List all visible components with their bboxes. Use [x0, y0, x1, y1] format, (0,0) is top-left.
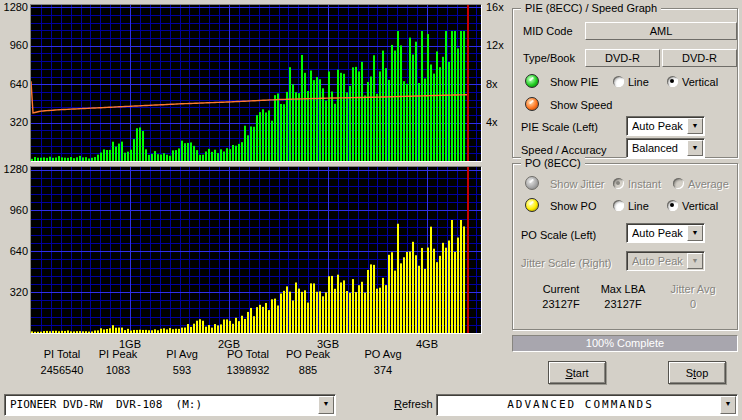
current-label: Current	[531, 283, 591, 295]
stat-po-avg: PO Avg 374	[347, 348, 419, 376]
speed-y-tick: 16x	[486, 1, 504, 13]
advanced-commands-value: ADVANCED COMMANDS	[442, 398, 719, 411]
show-pie-label: Show PIE	[550, 76, 598, 88]
po-vertical-label: Vertical	[682, 200, 718, 212]
pie-vertical-label: Vertical	[682, 76, 718, 88]
jitter-avg-label: Jitter Avg	[663, 283, 723, 295]
po-scale-label: PO Scale (Left)	[521, 229, 596, 241]
speed-y-tick: 8x	[486, 78, 498, 90]
jitter-instant-label: Instant	[628, 178, 661, 190]
stat-value: 374	[347, 364, 419, 376]
speed-y-tick: 4x	[486, 116, 498, 128]
stat-label: PO Avg	[347, 348, 419, 360]
stat-label: PO Peak	[272, 348, 344, 360]
show-po-label: Show PO	[550, 200, 596, 212]
type-book-label: Type/Book	[523, 52, 575, 64]
jitter-scale-label: Jitter Scale (Right)	[521, 257, 611, 269]
show-speed-led[interactable]	[525, 97, 539, 111]
chevron-down-icon: ▼	[687, 253, 703, 269]
po-vertical-radio[interactable]	[667, 200, 678, 211]
po-panel: PO (8ECC) Show Jitter Instant Average Sh…	[512, 163, 738, 330]
stat-value: 1083	[82, 364, 154, 376]
max-lba-value: 23127F	[593, 298, 653, 310]
show-po-led[interactable]	[525, 198, 539, 212]
show-jitter-led	[525, 176, 539, 190]
pie-panel-title: PIE (8ECC) / Speed Graph	[521, 2, 661, 14]
show-speed-label: Show Speed	[550, 99, 612, 111]
stat-value: 885	[272, 364, 344, 376]
po-y-tick: 1280	[0, 163, 28, 175]
chevron-down-icon[interactable]: ▼	[318, 396, 334, 414]
jitter-average-label: Average	[688, 178, 729, 190]
current-value: 23127F	[531, 298, 591, 310]
jitter-average-radio	[673, 178, 684, 189]
po-line-radio[interactable]	[613, 200, 624, 211]
po-graph-canvas	[31, 167, 481, 333]
po-line-label: Line	[628, 200, 649, 212]
pie-scale-select[interactable]: Auto Peak ▼	[626, 116, 705, 136]
pie-vertical-radio[interactable]	[667, 76, 678, 87]
jitter-scale-select: Auto Peak ▼	[626, 251, 705, 271]
chevron-down-icon[interactable]: ▼	[687, 118, 703, 134]
po-scale-select[interactable]: Auto Peak ▼	[626, 223, 705, 243]
pie-scale-label: PIE Scale (Left)	[521, 121, 598, 133]
drive-select[interactable]: PIONEER DVD-RW DVR-108 (M:) ▼	[4, 394, 336, 416]
pie-line-radio[interactable]	[613, 76, 624, 87]
pie-speed-graph	[30, 4, 482, 162]
speed-accuracy-value: Balanced	[632, 142, 686, 154]
po-graph	[30, 166, 482, 334]
progress-text: 100% Complete	[513, 337, 737, 349]
pie-y-tick: 320	[0, 116, 28, 128]
pie-y-tick: 960	[0, 39, 28, 51]
progress-bar: 100% Complete	[512, 335, 738, 352]
stat-label: PI Peak	[82, 348, 154, 360]
chevron-down-icon[interactable]: ▼	[687, 225, 703, 241]
jitter-scale-value: Auto Peak	[632, 255, 686, 267]
po-y-tick: 320	[0, 286, 28, 298]
pie-scale-value: Auto Peak	[632, 120, 686, 132]
jitter-avg-value: 0	[663, 298, 723, 310]
stop-button[interactable]: Stop	[668, 361, 726, 384]
po-scale-value: Auto Peak	[632, 227, 686, 239]
stat-pi-avg: PI Avg 593	[146, 348, 218, 376]
chevron-down-icon[interactable]: ▼	[687, 140, 703, 156]
refresh-button[interactable]: Refresh	[394, 398, 433, 410]
pie-graph-canvas	[31, 5, 481, 161]
max-lba-label: Max LBA	[593, 283, 653, 295]
mid-code-value: AML	[585, 22, 737, 40]
po-y-tick: 640	[0, 245, 28, 257]
mid-code-label: MID Code	[523, 25, 573, 37]
stat-value: 593	[146, 364, 218, 376]
start-button[interactable]: Start	[548, 361, 606, 384]
show-pie-led[interactable]	[525, 74, 539, 88]
speed-accuracy-select[interactable]: Balanced ▼	[626, 138, 705, 158]
pie-y-tick: 1280	[0, 1, 28, 13]
drive-select-value: PIONEER DVD-RW DVR-108 (M:)	[10, 398, 317, 411]
jitter-instant-radio	[613, 178, 624, 189]
advanced-commands-select[interactable]: ADVANCED COMMANDS ▼	[436, 394, 738, 416]
pie-speed-panel: PIE (8ECC) / Speed Graph MID Code AML Ty…	[512, 8, 738, 158]
chevron-down-icon[interactable]: ▼	[720, 396, 736, 414]
stat-pi-peak: PI Peak 1083	[82, 348, 154, 376]
type-value: DVD-R	[585, 49, 660, 67]
stat-po-peak: PO Peak 885	[272, 348, 344, 376]
stat-label: PI Avg	[146, 348, 218, 360]
pie-y-tick: 640	[0, 78, 28, 90]
show-jitter-label: Show Jitter	[550, 178, 604, 190]
po-y-tick: 960	[0, 204, 28, 216]
speed-accuracy-label: Speed / Accuracy	[521, 144, 607, 156]
po-panel-title: PO (8ECC)	[521, 157, 585, 169]
pie-line-label: Line	[628, 76, 649, 88]
book-value: DVD-R	[662, 49, 737, 67]
speed-y-tick: 12x	[486, 39, 504, 51]
